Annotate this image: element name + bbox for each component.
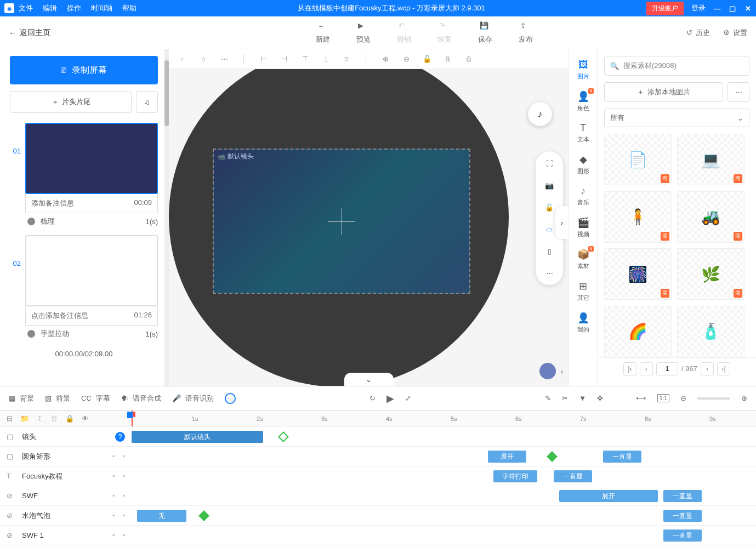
slide-transition[interactable]: 梳理 1(s) (25, 213, 158, 230)
pager-current-input[interactable] (656, 362, 678, 375)
tab-音乐[interactable]: ♪音乐 (569, 181, 597, 211)
screen-tool-icon[interactable]: ▭ (544, 224, 555, 235)
slide-thumbnail[interactable] (25, 123, 158, 194)
slide-thumbnail[interactable] (25, 235, 158, 306)
tl-lock2-icon[interactable]: 🔒 (65, 414, 74, 423)
timeline-track[interactable]: 一直显 (132, 526, 756, 545)
timeline-bar[interactable]: 一直显 (603, 451, 641, 463)
add-local-image-button[interactable]: ＋添加本地图片 (604, 82, 723, 102)
tab-角色[interactable]: 👤角色N (569, 86, 597, 117)
tab-素材[interactable]: 📦素材N (569, 244, 597, 275)
keyframe-diamond[interactable] (198, 510, 209, 521)
tl-ruler[interactable]: 1s2s3s4s5s6s7s8s9s (132, 411, 756, 426)
more-tool-icon[interactable]: ⋯ (544, 267, 555, 278)
lock-icon[interactable]: 🔓 (422, 55, 432, 63)
copy-icon[interactable]: ⎘ (443, 55, 453, 63)
tl-fullscreen-icon[interactable]: ⤢ (405, 394, 411, 402)
tl-subtitle-button[interactable]: CC字幕 (81, 394, 110, 403)
tl-asr-button[interactable]: 🎤语音识别 (172, 394, 214, 403)
close-button[interactable]: ✕ (744, 4, 752, 13)
home-icon[interactable]: ⌂ (198, 55, 208, 63)
timeline-row-head[interactable]: ▢ 圆角矩形 •• (0, 452, 132, 462)
toolbar-预览-button[interactable]: ▶预览 (356, 21, 371, 44)
camera-frame[interactable]: 📹默认镜头 (213, 149, 470, 294)
tl-del-icon[interactable]: 🗑 (50, 414, 58, 423)
tl-new-icon[interactable]: ⊟ (7, 414, 13, 423)
tl-up-icon[interactable]: ↥ (37, 414, 43, 423)
slide-meta[interactable]: 点击添加备注信息01:26 (25, 306, 158, 326)
tl-cut-icon[interactable]: ✂ (562, 394, 568, 402)
tl-move-icon[interactable]: ✥ (597, 394, 603, 402)
timeline-bar[interactable]: 一直显 (554, 470, 592, 482)
timeline-track[interactable]: 展开一直显 (132, 486, 756, 505)
timeline-bar[interactable]: 一直显 (663, 490, 702, 502)
tl-more-button[interactable]: ⋯ (225, 393, 236, 404)
align-left-icon[interactable]: ⊢ (258, 55, 268, 63)
toolbar-撤销-button[interactable]: ↶撤销 (397, 21, 411, 44)
toolbar-恢复-button[interactable]: ↷恢复 (437, 21, 452, 44)
menu-timeline[interactable]: 时间轴 (91, 3, 112, 13)
timeline-bar[interactable]: 一直显 (663, 510, 702, 522)
asset-item[interactable]: 🧴 (677, 306, 744, 357)
head-tail-button[interactable]: ＋片头片尾 (10, 91, 132, 113)
timeline-row-head[interactable]: ⊘ 水泡气泡 •• (0, 511, 132, 521)
stage[interactable]: ♪ 📹默认镜头 ⛶ 📷 🔓 ▭ ▯ ⋯ › ⌄ ▫ (169, 69, 569, 386)
pager-prev-button[interactable]: ‹ (640, 362, 653, 375)
asset-item[interactable]: 💻商 (677, 134, 744, 185)
asset-item[interactable]: 📄商 (604, 134, 672, 185)
timeline-bar[interactable]: 一直显 (663, 529, 702, 542)
tl-folder-icon[interactable]: 📁 (20, 414, 29, 423)
menu-file[interactable]: 文件 (19, 3, 33, 13)
bottom-tab-button[interactable]: ⌄ (344, 373, 394, 386)
tl-fg-button[interactable]: ▧前景 (45, 394, 70, 403)
timeline-track[interactable]: 默认镜头 (132, 427, 756, 446)
toolbar-保存-button[interactable]: 💾保存 (478, 21, 492, 44)
timeline-bar[interactable]: 展开 (559, 490, 658, 502)
timeline-row-head[interactable]: ⊘ SWF 1 •• (0, 531, 132, 539)
search-input[interactable]: 🔍 搜索素材(29008) (604, 56, 749, 76)
paste-icon[interactable]: ⎙ (464, 55, 474, 63)
unlock-tool-icon[interactable]: 🔓 (544, 202, 555, 213)
align-center-icon[interactable]: ⊣ (279, 55, 289, 63)
menu-help[interactable]: 帮助 (122, 3, 137, 13)
filter-select[interactable]: 所有 ⌄ (604, 109, 749, 127)
more-options-button[interactable]: ⋯ (727, 82, 749, 102)
asset-item[interactable]: 🧍商 (604, 191, 672, 243)
timeline-track[interactable]: 无一直显 (132, 506, 756, 525)
playhead[interactable] (132, 411, 133, 426)
avatar-icon[interactable] (539, 363, 556, 379)
upgrade-button[interactable]: 升级账户 (646, 2, 684, 15)
menu-edit[interactable]: 编辑 (43, 3, 57, 13)
toolbar-新建-button[interactable]: ＋新建 (316, 21, 330, 44)
tab-图形[interactable]: ◆图形 (569, 149, 597, 180)
tab-图片[interactable]: 🖼图片 (569, 55, 597, 85)
back-button[interactable]: ← 返回主页 (9, 28, 162, 38)
login-button[interactable]: 登录 (691, 3, 706, 13)
zoom-out-icon[interactable]: ⊖ (401, 55, 411, 63)
tab-视频[interactable]: 🎬视频 (569, 212, 597, 243)
tl-tts-button[interactable]: 🗣语音合成 (121, 394, 161, 403)
tl-fit-icon[interactable]: ⟷ (636, 394, 646, 402)
asset-item[interactable]: 🎆商 (604, 248, 672, 300)
more-icon[interactable]: ⋯ (219, 55, 229, 63)
record-screen-button[interactable]: ⎚ 录制屏幕 (10, 56, 158, 84)
asset-item[interactable]: 🚜商 (677, 191, 744, 243)
camera-tool-icon[interactable]: 📷 (544, 180, 555, 191)
left-scrollbar[interactable] (164, 49, 169, 386)
timeline-row-head[interactable]: ⊘ SWF •• (0, 492, 132, 500)
tab-其它[interactable]: ⊞其它 (569, 276, 597, 306)
stage-music-button[interactable]: ♪ (528, 102, 552, 126)
align-middle-icon[interactable]: ≡ (342, 55, 351, 63)
tl-bg-button[interactable]: ▦背景 (9, 394, 34, 403)
tl-100-icon[interactable]: 1:1 (657, 394, 669, 402)
menu-action[interactable]: 操作 (67, 3, 81, 13)
tl-edit-icon[interactable]: ✎ (545, 394, 551, 402)
asset-item[interactable]: 🌈 (604, 306, 672, 357)
align-tool-icon[interactable]: ⌐ (178, 55, 187, 63)
timeline-bar[interactable]: 展开 (488, 451, 526, 463)
timeline-bar[interactable]: 字符打印 (493, 470, 537, 482)
keyframe-diamond[interactable] (547, 451, 558, 462)
tl-zoom-slider[interactable] (697, 397, 730, 400)
timeline-bar[interactable]: 无 (137, 510, 186, 522)
asset-item[interactable]: 🌿商 (677, 248, 744, 300)
